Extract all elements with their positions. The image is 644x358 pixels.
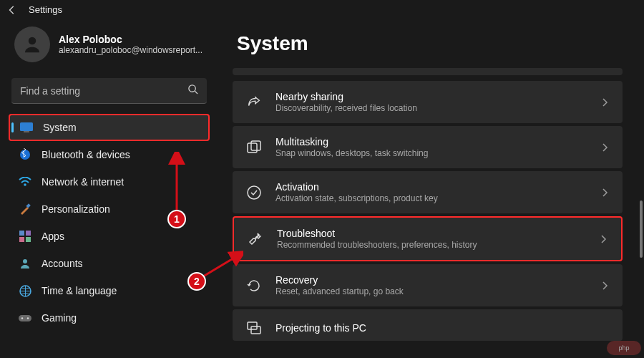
sidebar-item-label: Gaming <box>42 312 77 324</box>
wrench-icon <box>247 231 264 248</box>
section-projecting[interactable]: Projecting to this PC <box>233 309 623 341</box>
multitask-icon <box>245 139 263 156</box>
brush-icon <box>19 203 31 216</box>
sidebar-item-label: Bluetooth & devices <box>42 149 130 160</box>
section-subtitle: Reset, advanced startup, go back <box>275 286 587 296</box>
sidebar-item-label: Time & language <box>42 285 117 296</box>
sidebar-item-time-language[interactable]: Time & language <box>9 277 210 304</box>
section-subtitle: Discoverability, received files location <box>275 103 587 113</box>
section-nearby-sharing[interactable]: Nearby sharing Discoverability, received… <box>233 81 623 123</box>
sidebar-item-network[interactable]: Network & internet <box>9 168 210 195</box>
svg-point-12 <box>23 259 27 263</box>
svg-point-5 <box>20 150 30 160</box>
page-title: System <box>237 32 623 55</box>
section-subtitle: Activation state, subscriptions, product… <box>275 193 587 203</box>
section-recovery[interactable]: Recovery Reset, advanced startup, go bac… <box>233 264 623 306</box>
sidebar: Alex Poloboc alexandru_poloboc@windowsre… <box>0 19 218 341</box>
clock-globe-icon <box>19 284 31 297</box>
svg-rect-9 <box>26 231 31 236</box>
chevron-right-icon <box>600 97 610 107</box>
section-title: Activation <box>275 181 587 193</box>
section-troubleshoot[interactable]: Troubleshoot Recommended troubleshooters… <box>233 216 623 261</box>
section-multitasking[interactable]: Multitasking Snap windows, desktops, tas… <box>233 126 623 168</box>
check-circle-icon <box>245 184 263 201</box>
watermark: php <box>607 341 641 355</box>
svg-rect-7 <box>26 203 30 208</box>
apps-icon <box>19 230 31 243</box>
svg-point-16 <box>27 317 29 319</box>
share-icon <box>245 94 263 111</box>
sidebar-item-label: Accounts <box>42 258 83 269</box>
section-title: Projecting to this PC <box>275 322 610 334</box>
svg-point-0 <box>29 37 36 45</box>
window-title: Settings <box>29 4 62 15</box>
section-title: Recovery <box>275 274 587 286</box>
gamepad-icon <box>19 311 31 324</box>
sidebar-item-system[interactable]: System <box>9 114 210 141</box>
svg-rect-21 <box>251 326 260 334</box>
profile-block[interactable]: Alex Poloboc alexandru_poloboc@windowsre… <box>9 19 210 74</box>
svg-rect-8 <box>19 231 24 236</box>
svg-rect-10 <box>19 237 24 242</box>
sidebar-item-label: Network & internet <box>42 176 124 188</box>
search-icon <box>187 84 198 97</box>
project-icon <box>245 319 263 337</box>
back-button[interactable] <box>7 5 17 15</box>
profile-name: Alex Poloboc <box>59 34 203 45</box>
person-icon <box>19 257 31 270</box>
svg-point-6 <box>24 183 26 186</box>
sidebar-item-label: Personalization <box>42 203 110 215</box>
content-area: System Nearby sharing Discoverability, r… <box>218 19 644 341</box>
sidebar-item-label: Apps <box>42 231 64 242</box>
wifi-icon <box>19 175 31 188</box>
section-subtitle: Recommended troubleshooters, preferences… <box>277 240 585 250</box>
svg-point-19 <box>248 186 260 199</box>
section-title: Nearby sharing <box>275 91 587 102</box>
svg-point-1 <box>189 85 195 92</box>
search-box[interactable] <box>11 78 207 104</box>
chevron-right-icon <box>600 188 610 198</box>
svg-rect-17 <box>248 143 257 153</box>
svg-line-2 <box>195 91 197 94</box>
avatar <box>14 26 50 62</box>
profile-email: alexandru_poloboc@windowsreport... <box>59 45 203 55</box>
bluetooth-icon <box>19 148 31 161</box>
sidebar-item-gaming[interactable]: Gaming <box>9 304 210 332</box>
recovery-icon <box>245 277 263 294</box>
svg-rect-11 <box>26 237 31 242</box>
section-title: Troubleshoot <box>277 228 585 239</box>
scrollbar[interactable] <box>640 200 643 258</box>
svg-point-15 <box>21 317 23 319</box>
section-activation[interactable]: Activation Activation state, subscriptio… <box>233 171 623 213</box>
svg-rect-14 <box>19 315 31 321</box>
chevron-right-icon <box>598 234 608 244</box>
svg-rect-20 <box>248 322 257 329</box>
sidebar-item-apps[interactable]: Apps <box>9 223 210 250</box>
system-icon <box>20 121 33 134</box>
svg-rect-18 <box>251 141 260 150</box>
section-row-partial-top[interactable] <box>233 68 623 75</box>
section-subtitle: Snap windows, desktops, task switching <box>275 148 587 158</box>
section-title: Multitasking <box>275 136 587 147</box>
chevron-right-icon <box>600 281 610 291</box>
sidebar-item-accounts[interactable]: Accounts <box>9 250 210 277</box>
sidebar-item-label: System <box>43 122 77 133</box>
svg-rect-4 <box>24 131 29 132</box>
chevron-right-icon <box>600 142 610 153</box>
sidebar-item-personalization[interactable]: Personalization <box>9 195 210 223</box>
search-input[interactable] <box>20 85 187 97</box>
svg-rect-3 <box>20 122 33 131</box>
sidebar-item-bluetooth[interactable]: Bluetooth & devices <box>9 141 210 168</box>
